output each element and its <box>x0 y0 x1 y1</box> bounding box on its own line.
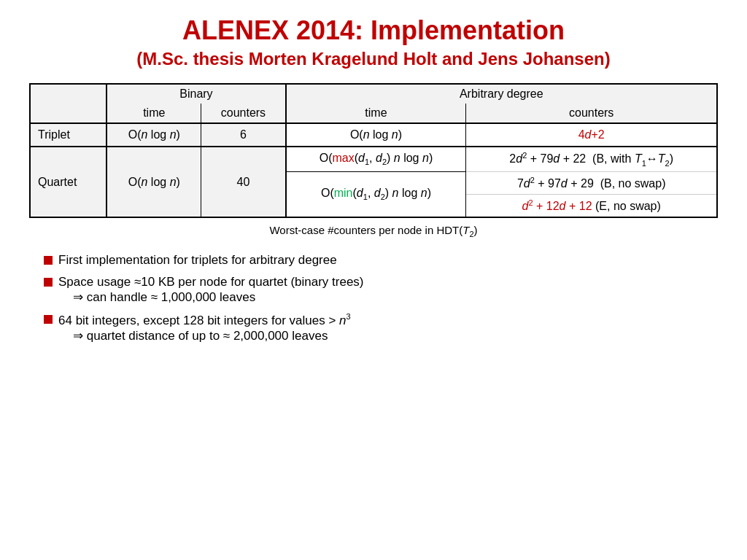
quartet-binary-time: O(n log n) <box>107 147 201 217</box>
subtitle: (M.Sc. thesis Morten Kragelund Holt and … <box>29 49 718 70</box>
bullet-3-arrow: ⇒ quartet distance of up to ≈ 2,000,000 … <box>73 328 718 343</box>
bullet-2-content: Space usage ≈10 KB per node for quartet … <box>58 275 718 305</box>
arb-time-header: time <box>286 104 466 123</box>
bullet-square-3 <box>44 315 53 324</box>
bullet-square-1 <box>44 256 53 265</box>
main-title: ALENEX 2014: Implementation <box>29 15 718 46</box>
quartet-arb-counters-row2a: 7d2 + 97d + 29 (B, no swap) <box>466 171 717 194</box>
bullet-1: First implementation for triplets for ar… <box>44 253 718 268</box>
quartet-label: Quartet <box>30 147 107 217</box>
binary-time-header: time <box>107 104 201 123</box>
bullet-3: 64 bit integers, except 128 bit integers… <box>44 312 718 343</box>
bullet-2-arrow: ⇒ can handle ≈ 1,000,000 leaves <box>73 289 718 305</box>
triplet-binary-counters: 6 <box>201 123 286 147</box>
arb-counters-header: counters <box>466 104 717 123</box>
quartet-arb-time-row2: O(min(d1, d2) n log n) <box>286 171 466 217</box>
bullet-1-content: First implementation for triplets for ar… <box>58 253 718 268</box>
quartet-arb-counters-row1: 2d2 + 79d + 22 (B, with T1↔T2) <box>466 147 717 171</box>
arbitrary-header: Arbitrary degree <box>286 84 717 104</box>
triplet-arb-counters: 4d+2 <box>466 123 717 147</box>
binary-header: Binary <box>107 84 285 104</box>
binary-counters-header: counters <box>201 104 286 123</box>
triplet-label: Triplet <box>30 123 107 147</box>
triplet-arb-time: O(n log n) <box>286 123 466 147</box>
table-note: Worst-case #counters per node in HDT(T2) <box>29 224 718 238</box>
bullet-list: First implementation for triplets for ar… <box>29 253 718 343</box>
comparison-table: Binary Arbitrary degree time counters ti… <box>29 83 718 218</box>
quartet-arb-time-row1: O(max(d1, d2) n log n) <box>286 147 466 171</box>
quartet-arb-counters-row2b: d2 + 12d + 12 (E, no swap) <box>466 194 717 217</box>
bullet-3-content: 64 bit integers, except 128 bit integers… <box>58 312 718 343</box>
triplet-binary-time: O(n log n) <box>107 123 201 147</box>
bullet-2: Space usage ≈10 KB per node for quartet … <box>44 275 718 305</box>
quartet-binary-counters: 40 <box>201 147 286 217</box>
bullet-square-2 <box>44 278 53 287</box>
